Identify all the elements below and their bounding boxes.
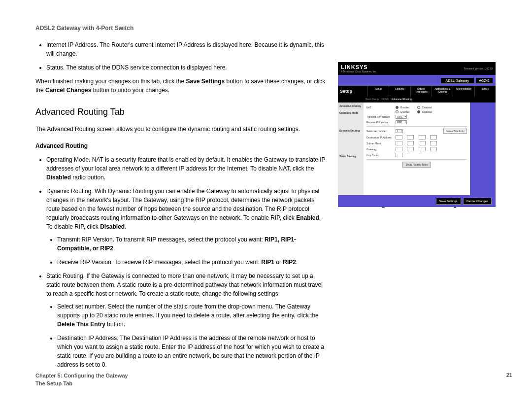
disabled-text: Disabled bbox=[422, 110, 432, 113]
product-tag: ADSL Gateway bbox=[441, 78, 474, 83]
save-settings-button[interactable]: Save Settings bbox=[436, 198, 461, 205]
text: When finished making your changes on thi… bbox=[35, 78, 186, 85]
text: Receive RIP Version. To receive RIP mess… bbox=[57, 259, 261, 266]
text: Dynamic Routing. With Dynamic Routing yo… bbox=[46, 188, 319, 221]
rx-rip-label: Receive RIP Version: bbox=[366, 121, 394, 124]
page-number: 21 bbox=[506, 372, 512, 387]
delete-this-entry-label: Delete This Entry bbox=[57, 321, 105, 328]
tx-rip-label: Transmit RIP Version: bbox=[366, 115, 394, 118]
rip-enabled-radio[interactable] bbox=[396, 110, 399, 113]
set-number-select[interactable]: 1 bbox=[396, 129, 403, 133]
nat-enabled-radio[interactable] bbox=[396, 106, 399, 109]
rip1-label: RIP1 bbox=[261, 259, 274, 266]
subnet-label: Subnet Mask: bbox=[366, 142, 394, 145]
model-tag: AG241 bbox=[476, 78, 493, 83]
text: Select set number. Select the number of … bbox=[57, 303, 319, 319]
text: Static Routing. If the Gateway is connec… bbox=[46, 273, 323, 297]
bullet-transmit-rip: Transmit RIP Version. To transmit RIP me… bbox=[57, 235, 326, 253]
save-settings-label: Save Settings bbox=[186, 78, 225, 85]
text: Transmit RIP Version. To transmit RIP me… bbox=[57, 236, 265, 243]
ip-octet-input[interactable] bbox=[430, 141, 437, 145]
save-changes-paragraph: When finished making your changes on thi… bbox=[35, 77, 326, 95]
subnav-basic-setup[interactable]: Basic Setup bbox=[366, 98, 379, 101]
ip-octet-input[interactable] bbox=[396, 147, 402, 151]
text: radio button. bbox=[71, 174, 105, 181]
router-ui-screenshot: LINKSYS A Division of Cisco Systems, Inc… bbox=[338, 62, 496, 195]
ip-octet-input[interactable] bbox=[407, 141, 414, 145]
footer-chapter: Chapter 5: Configuring the Gateway bbox=[35, 372, 128, 379]
cancel-changes-label: Cancel Changes bbox=[45, 87, 91, 94]
tab-status[interactable]: Status bbox=[474, 86, 496, 97]
select-set-label: Select set number: bbox=[366, 130, 394, 133]
ip-octet-input[interactable] bbox=[407, 135, 414, 139]
intro-bullets: Internet IP Address. The Router's curren… bbox=[35, 40, 326, 72]
bullet-dynamic-routing: Dynamic Routing. With Dynamic Routing yo… bbox=[46, 187, 326, 267]
side-advanced-routing: Advanced Routing bbox=[338, 103, 364, 109]
brand-logo: LINKSYS bbox=[341, 64, 377, 70]
footer-tab: The Setup Tab bbox=[35, 380, 128, 387]
bullet-destination-ip: Destination IP Address. The Destination … bbox=[57, 334, 326, 369]
side-static-routing: Static Routing bbox=[338, 153, 364, 160]
bullet-select-set-number: Select set number. Select the number of … bbox=[57, 302, 326, 329]
text: . bbox=[296, 259, 298, 266]
subnav-ddns[interactable]: DDNS bbox=[382, 98, 389, 101]
ip-octet-input[interactable] bbox=[396, 135, 402, 139]
section-heading: Advanced Routing Tab bbox=[35, 105, 326, 119]
text: Operating Mode. NAT is a security featur… bbox=[46, 156, 325, 172]
section-intro: The Advanced Routing screen allows you t… bbox=[35, 125, 326, 134]
tab-administration[interactable]: Administration bbox=[453, 86, 474, 97]
subnav-advanced-routing[interactable]: Advanced Routing bbox=[392, 98, 412, 101]
rip2-label: RIP2 bbox=[283, 259, 296, 266]
text: . bbox=[113, 245, 115, 252]
ip-octet-input[interactable] bbox=[407, 147, 414, 151]
bullet-static-routing: Static Routing. If the Gateway is connec… bbox=[46, 272, 326, 369]
text: or bbox=[274, 259, 283, 266]
disabled-label: Disabled bbox=[46, 174, 71, 181]
cancel-changes-button[interactable]: Cancel Changes bbox=[463, 198, 492, 205]
bullet-status: Status. The status of the DDNS service c… bbox=[46, 63, 326, 72]
page-footer: Chapter 5: Configuring the Gateway The S… bbox=[35, 372, 512, 387]
text: Destination IP Address. The Destination … bbox=[57, 335, 324, 368]
subheading-advanced-routing: Advanced Routing bbox=[35, 141, 326, 150]
delete-entry-button[interactable]: Delete This Entry bbox=[443, 129, 467, 134]
hop-input[interactable] bbox=[396, 153, 402, 157]
brand-subtitle: A Division of Cisco Systems, Inc. bbox=[341, 70, 377, 73]
disabled-text: Disabled bbox=[422, 106, 432, 109]
gateway-label: Gateway: bbox=[366, 148, 394, 151]
text: button to undo your changes. bbox=[91, 87, 169, 94]
ip-octet-input[interactable] bbox=[419, 147, 426, 151]
ip-octet-input[interactable] bbox=[419, 141, 426, 145]
figure-column: LINKSYS A Division of Cisco Systems, Inc… bbox=[338, 40, 512, 374]
ip-octet-input[interactable] bbox=[419, 135, 426, 139]
tab-applications-gaming[interactable]: Applications & Gaming bbox=[432, 86, 453, 97]
firmware-version: Firmware Version: 1.00.19 bbox=[464, 67, 493, 70]
tx-rip-select[interactable]: RIP1 bbox=[396, 115, 407, 119]
tab-access-restrictions[interactable]: Access Restrictions bbox=[410, 86, 432, 97]
show-routing-table-button[interactable]: Show Routing Table bbox=[402, 162, 431, 168]
nat-label: NAT: bbox=[366, 106, 394, 109]
rx-rip-select[interactable]: RIP1 bbox=[396, 120, 407, 124]
tab-security[interactable]: Security bbox=[389, 86, 410, 97]
hop-label: Hop Count: bbox=[366, 154, 394, 157]
bullet-internet-ip: Internet IP Address. The Router's curren… bbox=[46, 40, 326, 58]
ip-octet-input[interactable] bbox=[430, 135, 437, 139]
enabled-text: Enabled bbox=[400, 106, 409, 109]
setup-heading: Setup bbox=[338, 86, 367, 97]
enabled-label: Enabled bbox=[296, 214, 319, 221]
nat-disabled-radio[interactable] bbox=[417, 106, 420, 109]
ip-octet-input[interactable] bbox=[430, 147, 437, 151]
ip-octet-input[interactable] bbox=[396, 141, 402, 145]
side-operating-mode: Operating Mode bbox=[338, 109, 364, 116]
bullet-nat: Operating Mode. NAT is a security featur… bbox=[46, 155, 326, 182]
side-dynamic-routing: Dynamic Routing bbox=[338, 127, 364, 134]
enabled-text: Enabled bbox=[400, 110, 409, 113]
rip-disabled-radio[interactable] bbox=[417, 110, 420, 113]
main-text-column: Internet IP Address. The Router's curren… bbox=[35, 40, 326, 374]
disabled-label: Disabled bbox=[100, 223, 125, 230]
bullet-receive-rip: Receive RIP Version. To receive RIP mess… bbox=[57, 258, 326, 267]
tab-setup[interactable]: Setup bbox=[367, 86, 389, 97]
dest-ip-label: Destination IP Address: bbox=[366, 136, 394, 139]
advanced-routing-bullets: Operating Mode. NAT is a security featur… bbox=[35, 155, 326, 369]
text: button. bbox=[105, 321, 125, 328]
document-header: ADSL2 Gateway with 4-Port Switch bbox=[35, 25, 512, 32]
